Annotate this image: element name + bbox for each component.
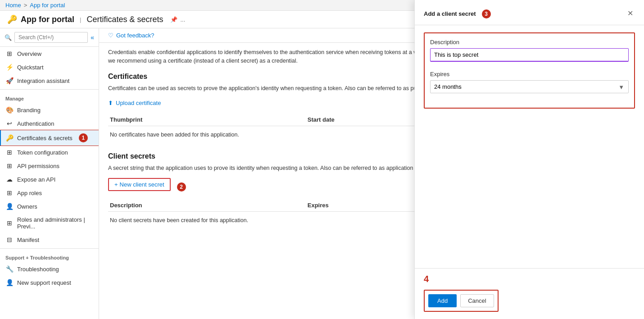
sidebar-divider-1 — [0, 89, 99, 90]
search-bar: 🔍 « — [0, 28, 99, 47]
sidebar-item-quickstart[interactable]: ⚡ Quickstart — [0, 60, 99, 74]
breadcrumb-app[interactable]: App for portal — [30, 2, 65, 9]
more-icon[interactable]: ... — [180, 16, 185, 23]
support-icon: 👤 — [5, 279, 14, 286]
panel-header: Add a client secret 3 ✕ — [415, 0, 644, 25]
expires-field: Expires 6 months 12 months 18 months 24 … — [430, 71, 629, 93]
step-badge-1: 1 — [79, 133, 88, 142]
token-icon: ⊞ — [5, 149, 14, 156]
add-client-secret-panel: Add a client secret 3 ✕ Description Expi… — [414, 0, 644, 319]
feedback-text: Got feedback? — [116, 32, 154, 39]
sidebar-item-authentication[interactable]: ↩ Authentication — [0, 117, 99, 130]
support-section-title: Support + Troubleshooting — [0, 251, 99, 262]
sidebar-item-label: Owners — [17, 203, 37, 210]
integration-icon: 🚀 — [5, 77, 14, 84]
app-title: App for portal — [21, 15, 74, 24]
header-actions: 📌 ... — [170, 16, 185, 23]
panel-form-box: Description Expires 6 months 12 months 1… — [424, 32, 635, 109]
sidebar-item-label: API permissions — [17, 163, 59, 169]
panel-title-text: Add a client secret — [424, 10, 476, 17]
auth-icon: ↩ — [5, 120, 14, 127]
panel-title: Add a client secret 3 — [424, 9, 491, 18]
breadcrumb-separator: > — [24, 2, 27, 9]
new-secret-btn-label: New client secret — [120, 181, 164, 188]
col-desc: Description — [108, 202, 306, 209]
sidebar-item-roles-admins[interactable]: ⊞ Roles and administrators | Previ... — [0, 213, 99, 233]
sidebar-item-label: Branding — [17, 107, 41, 114]
search-icon: 🔍 — [5, 34, 12, 41]
expires-select-wrapper: 6 months 12 months 18 months 24 months C… — [430, 80, 629, 93]
api-icon: ⊞ — [5, 162, 14, 169]
troubleshoot-icon: 🔧 — [5, 265, 14, 273]
sidebar-item-app-roles[interactable]: ⊞ App roles — [0, 186, 99, 200]
new-client-secret-btn[interactable]: + New client secret — [108, 178, 171, 191]
sidebar-item-owners[interactable]: 👤 Owners — [0, 200, 99, 213]
sidebar-item-branding[interactable]: 🎨 Branding — [0, 103, 99, 117]
sidebar-item-label: Authentication — [17, 120, 54, 127]
app-icon: 🔑 — [7, 14, 17, 24]
sidebar-item-label: New support request — [17, 279, 71, 286]
panel-footer-buttons: Add Cancel — [424, 290, 499, 312]
col-thumbprint: Thumbprint — [108, 116, 306, 123]
branding-icon: 🎨 — [5, 106, 14, 114]
description-field: Description — [430, 39, 629, 62]
plus-icon: + — [114, 181, 118, 188]
upload-icon: ⬆ — [108, 100, 113, 106]
certs-icon: 🔑 — [5, 134, 14, 141]
sidebar-item-troubleshooting[interactable]: 🔧 Troubleshooting — [0, 262, 99, 276]
description-input[interactable] — [430, 48, 629, 62]
sidebar-item-label: Roles and administrators | Previ... — [17, 216, 93, 230]
roles-icon: ⊞ — [5, 219, 14, 227]
description-label: Description — [430, 39, 629, 46]
sidebar-item-label: Overview — [17, 50, 41, 57]
sidebar-item-label: Integration assistant — [17, 77, 69, 84]
add-button[interactable]: Add — [428, 294, 457, 307]
expires-select[interactable]: 6 months 12 months 18 months 24 months C… — [430, 80, 629, 93]
sidebar-item-label: Manifest — [17, 237, 39, 243]
step-badge-2: 2 — [177, 182, 186, 191]
sidebar-item-label: Token configuration — [17, 149, 68, 156]
header-separator: | — [80, 16, 81, 23]
panel-footer: 4 Add Cancel — [415, 268, 644, 319]
approles-icon: ⊞ — [5, 189, 14, 196]
sidebar-item-expose-api[interactable]: ☁ Expose an API — [0, 173, 99, 186]
page-subtitle: Certificates & secrets — [86, 15, 163, 24]
upload-certificate-btn[interactable]: ⬆ Upload certificate — [108, 98, 161, 108]
search-input[interactable] — [14, 32, 88, 43]
manifest-icon: ⊟ — [5, 236, 14, 243]
owners-icon: 👤 — [5, 203, 14, 210]
step-badge-3: 3 — [482, 9, 491, 18]
cancel-button[interactable]: Cancel — [460, 294, 494, 307]
sidebar-item-label: Certificates & secrets — [17, 135, 73, 141]
expose-icon: ☁ — [5, 176, 14, 183]
sidebar: 🔍 « ⊞ Overview ⚡ Quickstart 🚀 Integratio… — [0, 28, 99, 319]
collapse-btn[interactable]: « — [91, 34, 94, 41]
expires-label: Expires — [430, 71, 629, 77]
step-badge-4: 4 — [424, 274, 429, 284]
sidebar-item-token-config[interactable]: ⊞ Token configuration — [0, 146, 99, 159]
pin-icon[interactable]: 📌 — [170, 16, 177, 23]
panel-close-btn[interactable]: ✕ — [626, 7, 635, 19]
manage-section-title: Manage — [0, 91, 99, 103]
quickstart-icon: ⚡ — [5, 64, 14, 71]
feedback-icon: ♡ — [108, 32, 113, 39]
sidebar-item-overview[interactable]: ⊞ Overview — [0, 47, 99, 60]
sidebar-item-api-permissions[interactable]: ⊞ API permissions — [0, 159, 99, 173]
sidebar-item-label: Troubleshooting — [17, 266, 59, 273]
sidebar-item-label: Quickstart — [17, 64, 44, 71]
overview-icon: ⊞ — [5, 50, 14, 57]
sidebar-item-certs-secrets[interactable]: 🔑 Certificates & secrets 1 — [0, 130, 99, 146]
breadcrumb-home[interactable]: Home — [5, 2, 21, 9]
upload-btn-label: Upload certificate — [116, 100, 161, 106]
sidebar-divider-2 — [0, 248, 99, 249]
panel-body: Description Expires 6 months 12 months 1… — [415, 25, 644, 268]
sidebar-item-label: App roles — [17, 190, 42, 196]
sidebar-item-integration[interactable]: 🚀 Integration assistant — [0, 74, 99, 87]
sidebar-item-manifest[interactable]: ⊟ Manifest — [0, 233, 99, 246]
sidebar-item-label: Expose an API — [17, 176, 55, 183]
sidebar-item-new-support[interactable]: 👤 New support request — [0, 276, 99, 289]
